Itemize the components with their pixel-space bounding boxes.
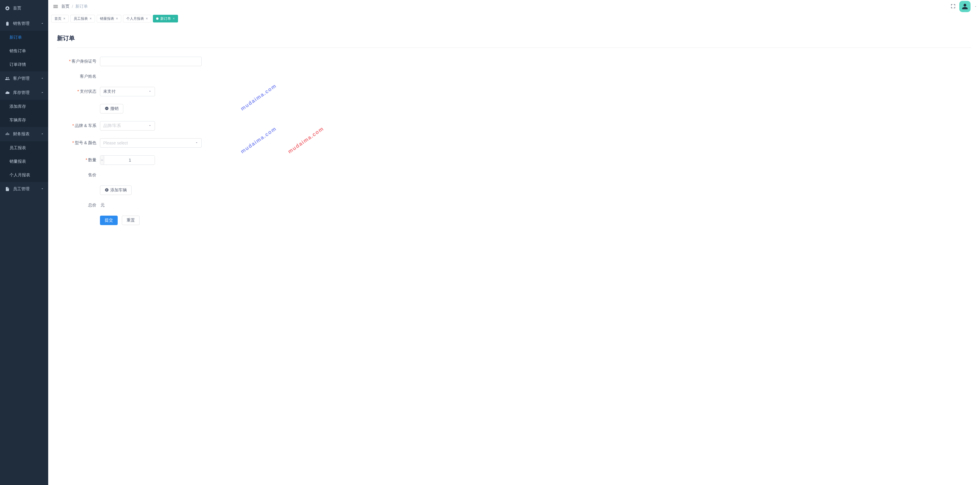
- breadcrumb-current: 新订单: [75, 4, 88, 9]
- select-model-color[interactable]: Please select: [100, 138, 202, 148]
- button-label: 提交: [105, 218, 113, 223]
- sidebar-group-customer[interactable]: 客户管理: [0, 71, 48, 86]
- document-icon: [5, 187, 10, 192]
- sidebar-item-add-inventory[interactable]: 添加库存: [0, 100, 48, 113]
- sidebar-item-personal-month-report[interactable]: 个人月报表: [0, 168, 48, 182]
- tab-label: 个人月报表: [126, 16, 144, 21]
- divider: [57, 48, 971, 48]
- main: 首页 / 新订单 首页 ×: [48, 0, 980, 485]
- sidebar-item-label: 员工报表: [10, 145, 26, 151]
- sidebar: 首页 销售管理 新订单 销售订单 订单详情 客户管理: [0, 0, 48, 485]
- label-model-color: *型号 & 颜色: [57, 140, 100, 146]
- sidebar-item-new-order[interactable]: 新订单: [0, 31, 48, 44]
- button-submit[interactable]: 提交: [100, 216, 118, 225]
- chevron-up-icon: [40, 21, 44, 26]
- quantity-value[interactable]: [104, 156, 155, 165]
- label-brand-series: *品牌 & 车系: [57, 123, 100, 128]
- button-label: 撤销: [110, 106, 119, 111]
- chevron-down-icon: [148, 89, 152, 94]
- sidebar-item-label: 车辆库存: [10, 117, 26, 123]
- sidebar-group-finance[interactable]: 财务报表: [0, 127, 48, 141]
- users-icon: [5, 76, 10, 81]
- button-add-vehicle[interactable]: 添加车辆: [100, 185, 132, 195]
- sidebar-group-staff[interactable]: 员工管理: [0, 182, 48, 196]
- tab-sales-report[interactable]: 销量报表 ×: [97, 15, 121, 22]
- label-total: 总价: [57, 203, 100, 208]
- sidebar-group-sales[interactable]: 销售管理: [0, 17, 48, 31]
- input-quantity: [100, 155, 155, 165]
- select-value: 未支付: [103, 89, 116, 94]
- page-title: 新订单: [57, 34, 971, 42]
- tabs: 首页 × 员工报表 × 销量报表 × 个人月报表 × 新订单 ×: [48, 13, 980, 25]
- value-customer-name: [100, 74, 100, 79]
- close-icon[interactable]: ×: [90, 17, 92, 21]
- tab-label: 销量报表: [100, 16, 114, 21]
- user-menu-caret-icon[interactable]: [974, 4, 977, 9]
- sidebar-item-order-detail[interactable]: 订单详情: [0, 58, 48, 71]
- sidebar-item-label: 添加库存: [10, 104, 26, 109]
- topbar: 首页 / 新订单: [48, 0, 980, 13]
- sidebar-item-label: 销售订单: [10, 48, 26, 54]
- sidebar-item-sales-report[interactable]: 销量报表: [0, 155, 48, 168]
- breadcrumb-separator: /: [72, 4, 73, 9]
- sidebar-item-label: 员工管理: [13, 186, 30, 192]
- button-undo[interactable]: 撤销: [100, 104, 123, 113]
- sidebar-item-label: 财务报表: [13, 132, 30, 137]
- tab-staff-report[interactable]: 员工报表 ×: [70, 15, 95, 22]
- sidebar-item-label: 订单详情: [10, 62, 26, 67]
- close-icon[interactable]: ×: [63, 17, 65, 21]
- sidebar-item-sales-order[interactable]: 销售订单: [0, 44, 48, 58]
- chevron-up-icon: [40, 132, 44, 136]
- dashboard-icon: [5, 6, 10, 11]
- value-price: [100, 173, 100, 178]
- chevron-down-icon: [195, 141, 199, 145]
- tab-label: 首页: [54, 16, 62, 21]
- breadcrumb: 首页 / 新订单: [61, 4, 88, 9]
- form-new-order: *客户身份证号 客户姓名 *支付状态 未支付: [57, 57, 442, 225]
- label-pay-status: *支付状态: [57, 89, 100, 94]
- user-avatar[interactable]: [959, 1, 970, 12]
- sidebar-group-inventory[interactable]: 库存管理: [0, 86, 48, 100]
- tab-label: 新订单: [160, 16, 171, 21]
- tab-personal-month-report[interactable]: 个人月报表 ×: [123, 15, 151, 22]
- select-placeholder: Please select: [103, 141, 128, 145]
- minus-circle-icon: [105, 106, 109, 111]
- label-customer-id: *客户身份证号: [57, 59, 100, 64]
- label-quantity: *数量: [57, 157, 100, 163]
- label-price: 售价: [57, 173, 100, 178]
- select-pay-status[interactable]: 未支付: [100, 87, 155, 96]
- chevron-down-icon: [40, 187, 44, 192]
- sidebar-item-label: 库存管理: [13, 90, 30, 95]
- fullscreen-icon[interactable]: [950, 3, 956, 10]
- sidebar-item-label: 个人月报表: [10, 173, 30, 178]
- sidebar-item-vehicle-inventory[interactable]: 车辆库存: [0, 113, 48, 127]
- sidebar-item-label: 销售管理: [13, 21, 30, 26]
- sidebar-item-label: 新订单: [10, 35, 22, 40]
- tab-home[interactable]: 首页 ×: [51, 15, 68, 22]
- select-placeholder: 品牌/车系: [103, 123, 121, 128]
- sidebar-item-label: 客户管理: [13, 76, 30, 81]
- chevron-down-icon: [40, 76, 44, 81]
- sidebar-item-label: 销量报表: [10, 159, 26, 164]
- chevron-down-icon: [148, 124, 152, 128]
- content: 新订单 *客户身份证号 客户姓名 *支付状态: [48, 25, 980, 485]
- close-icon[interactable]: ×: [173, 17, 175, 21]
- tab-active-dot-icon: [156, 17, 159, 20]
- button-label: 重置: [127, 218, 135, 223]
- close-icon[interactable]: ×: [146, 17, 148, 21]
- value-total: 元: [100, 203, 105, 208]
- minus-icon: [100, 158, 104, 162]
- input-customer-id[interactable]: [100, 57, 202, 66]
- breadcrumb-home[interactable]: 首页: [61, 4, 70, 9]
- chevron-up-icon: [40, 90, 44, 95]
- close-icon[interactable]: ×: [116, 17, 118, 21]
- menu-toggle-icon[interactable]: [51, 3, 60, 10]
- button-label: 添加车辆: [110, 187, 127, 193]
- quantity-decrease[interactable]: [100, 156, 104, 165]
- select-brand-series[interactable]: 品牌/车系: [100, 121, 155, 130]
- button-reset[interactable]: 重置: [122, 216, 140, 225]
- tab-new-order[interactable]: 新订单 ×: [153, 15, 178, 22]
- clipboard-icon: [5, 21, 10, 26]
- sidebar-item-home[interactable]: 首页: [0, 0, 48, 17]
- sidebar-item-staff-report[interactable]: 员工报表: [0, 141, 48, 155]
